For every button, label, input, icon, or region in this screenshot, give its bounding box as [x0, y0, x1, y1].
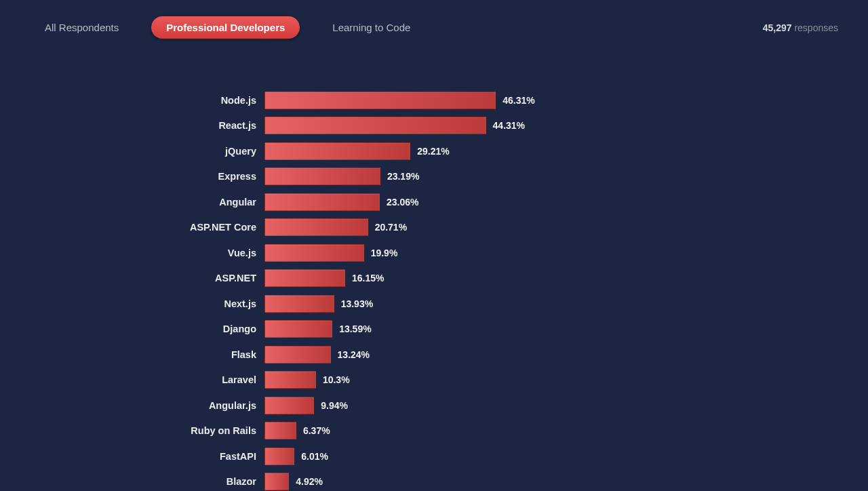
bar: [264, 218, 368, 236]
bar-value: 29.21%: [410, 146, 449, 157]
bar-value: 13.93%: [334, 298, 373, 309]
chart-row: Angular.js9.94%: [30, 393, 838, 418]
bar-wrap: 13.59%: [264, 320, 838, 338]
chart-row: Express23.19%: [30, 164, 838, 190]
chart-row: Laravel10.3%: [30, 368, 838, 393]
bar: [264, 142, 410, 160]
header: All Respondents Professional Developers …: [0, 0, 868, 47]
bar: [264, 193, 380, 211]
bar-label: ASP.NET Core: [30, 222, 264, 233]
bar: [264, 448, 294, 465]
chart-row: Angular23.06%: [30, 189, 838, 215]
bar: [264, 371, 316, 389]
bar: [264, 269, 345, 287]
bar-label: Django: [30, 323, 264, 334]
bar-wrap: 13.24%: [264, 346, 838, 364]
tab-professional-developers[interactable]: Professional Developers: [151, 16, 300, 39]
chart: Node.js46.31%React.js44.31%jQuery29.21%E…: [0, 47, 868, 491]
bar-value: 10.3%: [316, 374, 350, 385]
bar: [264, 320, 332, 338]
bar-label: Angular: [30, 197, 264, 208]
bar-wrap: 4.92%: [264, 473, 838, 490]
tabs-group: All Respondents Professional Developers …: [30, 16, 425, 39]
chart-row: jQuery29.21%: [30, 138, 838, 164]
bar-value: 16.15%: [345, 273, 384, 283]
bar-wrap: 9.94%: [264, 397, 838, 414]
bar-wrap: 6.37%: [264, 422, 838, 439]
chart-row: Blazor4.92%: [30, 469, 838, 492]
bar-label: Angular.js: [30, 400, 264, 411]
bar-value: 4.92%: [289, 476, 323, 487]
bar-label: Node.js: [30, 95, 264, 106]
bar-label: Blazor: [30, 476, 264, 487]
bar-wrap: 19.9%: [264, 244, 838, 262]
bar: [264, 117, 486, 134]
bar-wrap: 6.01%: [264, 448, 838, 465]
chart-row: React.js44.31%: [30, 113, 838, 139]
bar-wrap: 13.93%: [264, 295, 838, 313]
bar-label: Express: [30, 171, 264, 182]
bar-wrap: 23.19%: [264, 168, 838, 185]
bar-wrap: 46.31%: [264, 92, 838, 109]
tab-learning-to-code[interactable]: Learning to Code: [317, 16, 425, 39]
bar-wrap: 44.31%: [264, 117, 838, 134]
bar-value: 6.01%: [294, 451, 328, 462]
responses-suffix: responses: [792, 22, 838, 33]
bar: [264, 422, 296, 439]
bar-label: Next.js: [30, 298, 264, 309]
bar-value: 9.94%: [314, 400, 348, 411]
bar-label: Ruby on Rails: [30, 425, 264, 436]
bar-label: Laravel: [30, 374, 264, 385]
chart-row: Django13.59%: [30, 317, 838, 342]
bar-value: 46.31%: [496, 95, 534, 106]
responses-number: 45,297: [763, 22, 792, 33]
bar: [264, 473, 289, 490]
bar: [264, 244, 364, 262]
bar-value: 20.71%: [368, 222, 407, 233]
chart-row: Node.js46.31%: [30, 87, 838, 113]
bar-wrap: 20.71%: [264, 218, 838, 236]
chart-row: FastAPI6.01%: [30, 444, 838, 469]
bar-label: FastAPI: [30, 451, 264, 462]
chart-row: Next.js13.93%: [30, 291, 838, 317]
bar-value: 23.19%: [380, 171, 419, 182]
bar-value: 6.37%: [296, 425, 330, 436]
bar-wrap: 10.3%: [264, 371, 838, 389]
responses-count: 45,297 responses: [763, 22, 838, 33]
bar-wrap: 16.15%: [264, 269, 838, 287]
bar-value: 13.59%: [332, 323, 371, 334]
bar: [264, 346, 331, 364]
bar: [264, 168, 380, 185]
chart-row: Ruby on Rails6.37%: [30, 418, 838, 444]
chart-row: Vue.js19.9%: [30, 240, 838, 266]
bar-value: 13.24%: [331, 349, 370, 360]
bar-label: ASP.NET: [30, 273, 264, 283]
bar-label: jQuery: [30, 146, 264, 157]
bar-value: 19.9%: [364, 248, 398, 258]
bar-label: React.js: [30, 120, 264, 131]
bar: [264, 295, 334, 313]
bar-value: 44.31%: [486, 120, 525, 131]
bar-value: 23.06%: [380, 197, 418, 208]
bar-label: Vue.js: [30, 248, 264, 258]
bar-label: Flask: [30, 349, 264, 360]
bar-wrap: 23.06%: [264, 193, 838, 211]
bar-wrap: 29.21%: [264, 142, 838, 160]
chart-row: Flask13.24%: [30, 342, 838, 368]
chart-row: ASP.NET16.15%: [30, 266, 838, 292]
bar: [264, 397, 314, 414]
chart-row: ASP.NET Core20.71%: [30, 215, 838, 241]
tab-all-respondents[interactable]: All Respondents: [30, 16, 134, 39]
bar: [264, 92, 496, 109]
